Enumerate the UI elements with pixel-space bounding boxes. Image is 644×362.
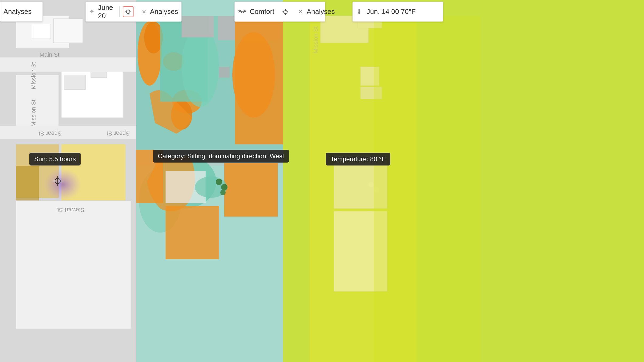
- svg-rect-35: [224, 163, 278, 217]
- sun-icon: ✦: [89, 7, 95, 16]
- close-button-2[interactable]: ✕: [297, 7, 304, 17]
- svg-rect-15: [16, 201, 131, 329]
- svg-rect-27: [219, 67, 230, 78]
- map-cursor[interactable]: [52, 176, 63, 186]
- spear-st-label-1: Spear St: [39, 130, 62, 137]
- svg-point-39: [221, 184, 227, 190]
- mission-st-label-2: Mission St: [30, 99, 37, 126]
- svg-rect-4: [32, 24, 51, 39]
- comfort-wave-icon: [238, 8, 246, 14]
- crosshair-button-1[interactable]: [123, 6, 133, 17]
- svg-rect-10: [0, 57, 136, 72]
- svg-rect-51: [374, 16, 481, 362]
- svg-point-29: [232, 32, 275, 118]
- svg-rect-7: [16, 75, 59, 128]
- sep-1: [119, 6, 120, 17]
- toolbar-temperature: 🌡 Jun. 14 00 70°F: [352, 2, 443, 22]
- svg-rect-13: [16, 166, 39, 201]
- svg-point-24: [182, 27, 219, 107]
- crosshair-button-2[interactable]: [281, 7, 290, 17]
- close-icon-2: ✕: [298, 9, 303, 15]
- toolbar-sun: ✦ June 20 ✕ Analyses: [85, 2, 182, 22]
- analyses-label-1: Analyses: [3, 7, 32, 16]
- close-icon-1: ✕: [142, 9, 146, 15]
- svg-point-19: [144, 21, 163, 53]
- toolbar-analyses-1: Analyses: [0, 2, 43, 22]
- crosshair-icon-1: [125, 9, 131, 15]
- map-container: Mission St Mission St Main St Mission St…: [0, 0, 644, 362]
- toolbar-comfort: Comfort ✕ Analyses: [234, 2, 325, 22]
- svg-rect-34: [166, 206, 219, 259]
- comfort-icon: [238, 8, 246, 16]
- main-st-label: Main St: [40, 51, 60, 58]
- svg-point-40: [220, 190, 226, 195]
- mission-st-label-1: Mission St: [30, 62, 37, 89]
- date-label: June 20: [98, 3, 114, 20]
- map-svg: Mission St: [0, 0, 644, 362]
- analyses-label-3: Analyses: [307, 7, 335, 16]
- close-button-1[interactable]: ✕: [140, 7, 148, 17]
- analyses-label-2: Analyses: [150, 7, 178, 16]
- spear-st-label-2: Spear St: [107, 130, 130, 137]
- crosshair-icon-2: [282, 9, 289, 15]
- comfort-label: Comfort: [250, 7, 274, 16]
- svg-rect-5: [53, 19, 83, 43]
- temp-date-label: Jun. 14 00 70°F: [367, 7, 416, 16]
- svg-rect-25: [182, 16, 214, 37]
- svg-rect-36: [136, 150, 163, 203]
- sep-2: [137, 6, 137, 17]
- stewart-st-label: Stewart St: [57, 206, 84, 213]
- thermometer-icon: 🌡: [356, 7, 363, 16]
- svg-point-38: [216, 179, 222, 185]
- svg-rect-8: [64, 75, 85, 90]
